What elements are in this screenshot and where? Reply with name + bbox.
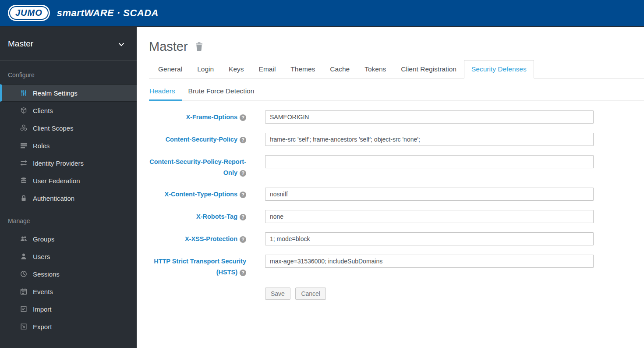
form-row: Content-Security-Policy? [149, 133, 644, 146]
help-icon[interactable]: ? [240, 170, 246, 177]
tab-client-registration[interactable]: Client Registration [393, 60, 464, 78]
content-security-policy-input[interactable] [265, 133, 594, 146]
tab-themes[interactable]: Themes [283, 60, 322, 78]
user-icon [20, 253, 28, 260]
field-label-x-frame-options: X-Frame-Options [186, 114, 237, 121]
realm-tabs: General Login Keys Email Themes Cache To… [149, 60, 644, 78]
list-bars-icon [20, 142, 28, 149]
chevron-down-icon [118, 39, 124, 49]
help-icon[interactable]: ? [240, 192, 246, 198]
help-icon[interactable]: ? [240, 114, 246, 121]
sidebar-item-events[interactable]: Events [0, 283, 137, 300]
sidebar-item-groups[interactable]: Groups [0, 230, 137, 248]
x-content-type-options-input[interactable] [265, 188, 594, 201]
headers-form: X-Frame-Options? Content-Security-Policy… [149, 110, 644, 300]
help-icon[interactable]: ? [240, 214, 246, 220]
sliders-icon [20, 89, 28, 96]
sidebar-item-identity-providers[interactable]: Identity Providers [0, 154, 137, 172]
trash-icon[interactable] [195, 42, 203, 51]
sidebar-section-configure: Configure [0, 61, 137, 84]
form-row: X-XSS-Protection? [149, 232, 644, 245]
users-icon [20, 235, 28, 242]
cube-icon [20, 107, 28, 114]
csp-report-only-input[interactable] [265, 155, 594, 168]
sidebar-item-label: Import [33, 305, 52, 313]
field-label-x-content-type-options: X-Content-Type-Options [165, 191, 237, 198]
tab-tokens[interactable]: Tokens [357, 60, 393, 78]
form-row: X-Robots-Tag? [149, 210, 644, 223]
help-icon[interactable]: ? [240, 137, 246, 143]
main-content: Master General Login Keys Email Themes C… [137, 27, 644, 348]
calendar-icon [20, 288, 28, 295]
exchange-arrows-icon [20, 160, 28, 167]
sidebar-item-users[interactable]: Users [0, 248, 137, 265]
sidebar-item-export[interactable]: Export [0, 318, 137, 335]
sidebar-item-label: Authentication [33, 195, 74, 202]
jumo-logo-text: JUMO [9, 6, 49, 20]
sidebar-item-import[interactable]: Import [0, 300, 137, 318]
form-row: HTTP Strict Transport Security (HSTS)? [149, 255, 644, 278]
subtab-brute-force-detection[interactable]: Brute Force Detection [182, 84, 261, 101]
clock-icon [20, 270, 28, 277]
lock-icon [20, 195, 28, 202]
realm-selector[interactable]: Master [0, 27, 137, 61]
help-icon[interactable]: ? [240, 236, 246, 243]
sidebar-item-label: Groups [33, 235, 54, 243]
sidebar-item-label: Export [33, 323, 52, 330]
tab-keys[interactable]: Keys [221, 60, 251, 78]
security-defenses-subtabs: Headers Brute Force Detection [149, 84, 644, 101]
sidebar-item-authentication[interactable]: Authentication [0, 189, 137, 207]
export-icon [20, 323, 28, 330]
database-icon [20, 177, 28, 184]
save-button[interactable]: Save [265, 288, 290, 300]
sidebar-item-label: Users [33, 253, 50, 260]
tab-cache[interactable]: Cache [322, 60, 357, 78]
jumo-logo: JUMO [8, 5, 50, 21]
sidebar-item-label: Events [33, 288, 53, 295]
realm-selector-label: Master [8, 39, 33, 49]
tab-login[interactable]: Login [190, 60, 221, 78]
sidebar-item-label: Clients [33, 107, 53, 114]
x-frame-options-input[interactable] [265, 110, 594, 124]
sidebar-item-client-scopes[interactable]: Client Scopes [0, 119, 137, 137]
sidebar-item-clients[interactable]: Clients [0, 102, 137, 119]
sidebar-item-label: Client Scopes [33, 124, 74, 132]
tab-email[interactable]: Email [251, 60, 283, 78]
field-label-content-security-policy: Content-Security-Policy [166, 136, 237, 143]
form-row: Content-Security-Policy-Report-Only? [149, 155, 644, 178]
cancel-button[interactable]: Cancel [295, 288, 326, 300]
tab-security-defenses[interactable]: Security Defenses [464, 60, 534, 78]
field-label-hsts: HTTP Strict Transport Security (HSTS) [154, 258, 246, 276]
sidebar-item-label: User Federation [33, 177, 80, 185]
tab-general[interactable]: General [151, 60, 190, 78]
form-row: X-Frame-Options? [149, 110, 644, 124]
form-row: X-Content-Type-Options? [149, 188, 644, 201]
top-bar: JUMO smartWARE · SCADA [0, 0, 644, 27]
product-name: smartWARE · SCADA [57, 7, 159, 19]
field-label-x-xss-protection: X-XSS-Protection [185, 235, 237, 242]
import-icon [20, 305, 28, 312]
page-title: Master [149, 39, 188, 54]
sidebar-item-user-federation[interactable]: User Federation [0, 172, 137, 189]
sidebar-item-realm-settings[interactable]: Realm Settings [0, 84, 137, 102]
hsts-input[interactable] [265, 255, 594, 268]
sidebar-item-label: Sessions [33, 270, 60, 278]
sidebar-item-roles[interactable]: Roles [0, 137, 137, 154]
field-label-csp-report-only: Content-Security-Policy-Report-Only [149, 158, 246, 176]
sidebar-item-label: Realm Settings [33, 89, 78, 97]
cubes-icon [20, 124, 28, 131]
sidebar-item-label: Roles [33, 142, 50, 149]
sidebar-item-label: Identity Providers [33, 160, 84, 167]
subtab-headers[interactable]: Headers [149, 84, 182, 101]
help-icon[interactable]: ? [240, 270, 246, 276]
field-label-x-robots-tag: X-Robots-Tag [196, 213, 237, 220]
x-robots-tag-input[interactable] [265, 210, 594, 223]
x-xss-protection-input[interactable] [265, 232, 594, 245]
sidebar: Master Configure Realm Settings Clients [0, 27, 137, 348]
sidebar-section-manage: Manage [0, 207, 137, 230]
sidebar-item-sessions[interactable]: Sessions [0, 265, 137, 283]
